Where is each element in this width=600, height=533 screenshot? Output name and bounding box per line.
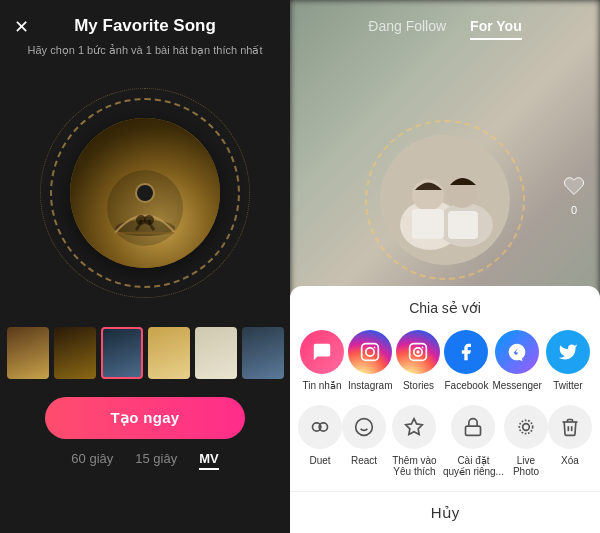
facebook-label: Facebook [445, 380, 489, 391]
right-panel: Đang Follow For You [290, 0, 600, 533]
duet-icon [298, 405, 342, 449]
svg-point-12 [366, 348, 374, 356]
message-label: Tin nhắn [303, 380, 342, 391]
duration-tabs: 60 giây 15 giây MV [71, 451, 218, 480]
subtitle: Hãy chọn 1 bức ảnh và 1 bài hát bạn thíc… [8, 44, 283, 69]
vinyl-container [50, 73, 240, 313]
react-icon [342, 405, 386, 449]
share-stories[interactable]: Stories [396, 330, 440, 391]
share-react[interactable]: React [342, 405, 386, 477]
share-duet[interactable]: Duet [298, 405, 342, 477]
svg-point-13 [374, 347, 376, 349]
svg-point-16 [422, 347, 424, 349]
stories-icon [396, 330, 440, 374]
share-sheet: Chia sẻ với Tin nhắn Instagram Stories [290, 286, 600, 533]
vinyl-art-svg [105, 168, 185, 248]
messenger-icon [495, 330, 539, 374]
svg-point-20 [356, 419, 373, 436]
cancel-button[interactable]: Hủy [290, 491, 600, 533]
react-label: React [351, 455, 377, 466]
twitter-icon [546, 330, 590, 374]
share-message[interactable]: Tin nhắn [300, 330, 344, 391]
thumbnail-strip [0, 323, 290, 383]
share-twitter[interactable]: Twitter [546, 330, 590, 391]
thumb-item[interactable] [242, 327, 284, 379]
share-row-1: Tin nhắn Instagram Stories Facebook [290, 330, 600, 391]
svg-rect-24 [466, 426, 481, 435]
duration-mv[interactable]: MV [199, 451, 219, 470]
message-icon [300, 330, 344, 374]
tab-following[interactable]: Đang Follow [368, 18, 446, 40]
left-panel: ✕ My Favorite Song Hãy chọn 1 bức ảnh và… [0, 0, 290, 533]
svg-rect-10 [448, 211, 478, 239]
delete-label: Xóa [561, 455, 579, 466]
share-title: Chia sẻ với [290, 300, 600, 316]
vinyl-hole [135, 183, 155, 203]
thumb-item[interactable] [148, 327, 190, 379]
heart-button[interactable]: 0 [558, 170, 590, 216]
page-title: My Favorite Song [14, 16, 276, 36]
livephoto-label: Live Photo [504, 455, 548, 477]
share-delete[interactable]: Xóa [548, 405, 592, 477]
stories-label: Stories [403, 380, 434, 391]
feed-tabs-header: Đang Follow For You [290, 0, 600, 50]
share-privacy[interactable]: Cài đặt quyền riêng... [443, 405, 504, 477]
share-instagram[interactable]: Instagram [348, 330, 392, 391]
duet-label: Duet [309, 455, 330, 466]
svg-point-25 [523, 424, 530, 431]
share-row-2: Duet React Thêm vào Yêu thích Cài đặt qu… [290, 405, 600, 477]
messenger-label: Messenger [492, 380, 541, 391]
svg-point-17 [417, 350, 420, 353]
create-button[interactable]: Tạo ngay [45, 397, 245, 439]
instagram-icon [348, 330, 392, 374]
thumb-item[interactable] [54, 327, 96, 379]
couple-circle [365, 120, 525, 280]
privacy-icon [451, 405, 495, 449]
duration-60s[interactable]: 60 giây [71, 451, 113, 470]
favorite-icon [392, 405, 436, 449]
twitter-label: Twitter [553, 380, 582, 391]
heart-count: 0 [571, 204, 577, 216]
svg-marker-23 [406, 419, 423, 435]
couple-svg [380, 135, 510, 265]
share-favorite[interactable]: Thêm vào Yêu thích [386, 405, 443, 477]
share-messenger[interactable]: Messenger [492, 330, 541, 391]
svg-point-26 [519, 420, 532, 433]
favorite-label: Thêm vào Yêu thích [386, 455, 443, 477]
delete-icon [548, 405, 592, 449]
facebook-icon [444, 330, 488, 374]
close-button[interactable]: ✕ [14, 16, 29, 38]
instagram-label: Instagram [348, 380, 392, 391]
couple-image [380, 135, 510, 265]
duration-15s[interactable]: 15 giây [135, 451, 177, 470]
privacy-label: Cài đặt quyền riêng... [443, 455, 504, 477]
livephoto-icon [504, 405, 548, 449]
heart-icon [558, 170, 590, 202]
thumb-item[interactable] [195, 327, 237, 379]
share-livephoto[interactable]: Live Photo [504, 405, 548, 477]
tab-for-you[interactable]: For You [470, 18, 522, 40]
vinyl-image [70, 118, 220, 268]
left-header: ✕ My Favorite Song [0, 0, 290, 44]
thumb-item-active[interactable] [101, 327, 143, 379]
svg-rect-9 [412, 209, 444, 239]
thumb-item[interactable] [7, 327, 49, 379]
share-facebook[interactable]: Facebook [444, 330, 488, 391]
svg-rect-11 [362, 344, 379, 361]
